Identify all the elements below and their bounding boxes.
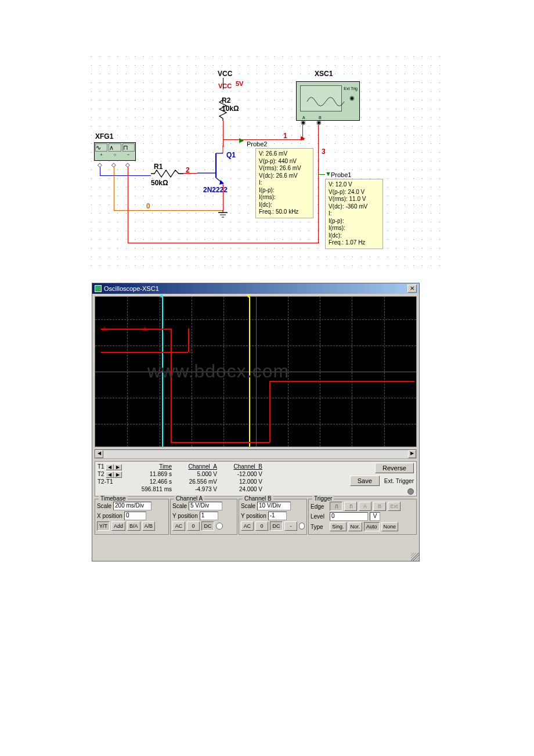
- t1-left-button[interactable]: ◀: [106, 464, 114, 470]
- edge-a-button[interactable]: A: [359, 502, 371, 511]
- scroll-right-button[interactable]: ▶: [408, 450, 416, 458]
- schematic-canvas[interactable]: VCC VCC 5V R2 10kΩ R1 50kΩ Q1 2N2222 XFG…: [87, 52, 447, 267]
- timebase-group: Timebase Scale 200 ms/Div X position 0 Y…: [95, 499, 169, 535]
- cha-legend: Channel A: [174, 495, 204, 502]
- cha-dc-button[interactable]: DC: [201, 521, 214, 531]
- cursor-readout-panel: T1 ◀▶ T2 ◀▶ T2-T1 Time 11.869 s 12.466 s…: [95, 461, 417, 496]
- oscilloscope-window[interactable]: Oscilloscope-XSC1 ✕ ▼ ▼ △ △ △: [92, 283, 420, 561]
- trigger-nor-button[interactable]: Nor.: [348, 522, 363, 531]
- xsc-term-a: ◉: [301, 119, 306, 125]
- trigger-level-input[interactable]: 0: [330, 512, 368, 521]
- cha-color-indicator: [216, 523, 223, 530]
- chb-ac-button[interactable]: AC: [241, 521, 254, 531]
- timebase-xpos-input[interactable]: 0: [124, 512, 146, 520]
- trigger-level-unit[interactable]: V: [370, 512, 380, 521]
- trigger-group: Trigger Edge ⎍ ⎍ A B Ext Level 0 V Type …: [308, 499, 417, 535]
- oscilloscope-display[interactable]: ▼ ▼ △ △ △ www.bdocx.com: [95, 296, 417, 447]
- save-button[interactable]: Save: [350, 476, 380, 486]
- xfg1-label: XFG1: [95, 132, 113, 141]
- diff-chb-value: 24.000 V: [219, 485, 262, 493]
- oscilloscope-icon: [95, 285, 102, 292]
- edge-rise-button[interactable]: ⎍: [330, 502, 342, 511]
- timebase-scale-input[interactable]: 200 ms/Div: [113, 502, 151, 510]
- ground-symbol: [217, 210, 229, 219]
- add-button[interactable]: Add: [111, 521, 125, 531]
- net-0: 0: [146, 202, 150, 210]
- probe1-tooltip: V: 12.0 V V(p-p): 24.0 V V(rms): 11.0 V …: [325, 179, 383, 249]
- trigger-type-label: Type: [311, 524, 328, 530]
- chb-color-indicator: [299, 523, 305, 530]
- t2-cha-value: 26.556 mV: [174, 478, 217, 485]
- xsc1-label: XSC1: [315, 70, 333, 78]
- t1-chb-value: -12.000 V: [219, 470, 262, 478]
- chb-scale-input[interactable]: 10 V/Div: [257, 502, 291, 510]
- t2-label: T2: [98, 471, 104, 477]
- arrow-right-icon: ▶: [301, 135, 305, 141]
- timebase-scale-label: Scale: [97, 503, 111, 509]
- chb-zero-button[interactable]: 0: [255, 521, 268, 531]
- ext-trigger-led-icon: [407, 488, 414, 495]
- ab-button[interactable]: A/B: [142, 521, 156, 531]
- xsc1-screen-icon: [300, 85, 342, 111]
- timebase-xpos-label: X position: [97, 513, 122, 519]
- ba-button[interactable]: B/A: [127, 521, 140, 531]
- probe1-arrow-icon: ▼: [325, 170, 331, 177]
- resize-grip-icon[interactable]: [411, 553, 419, 561]
- r1-value: 50kΩ: [151, 179, 168, 187]
- xsc-ext-terminal: ◉: [349, 95, 355, 101]
- cha-zero-button[interactable]: 0: [187, 521, 200, 531]
- chb-dc-button[interactable]: DC: [270, 521, 283, 531]
- trigger-edge-label: Edge: [311, 503, 328, 510]
- oscilloscope-title: Oscilloscope-XSC1: [104, 285, 159, 292]
- xsc-term-b: ◉: [316, 119, 322, 125]
- vcc2-label: VCC: [218, 82, 232, 89]
- oscilloscope-titlebar[interactable]: Oscilloscope-XSC1 ✕: [92, 283, 419, 294]
- cha-scale-input[interactable]: 5 V/Div: [189, 502, 222, 510]
- t1-cha-value: 5.000 V: [174, 470, 217, 478]
- q1-model: 2N2222: [203, 186, 228, 194]
- t2-right-button[interactable]: ▶: [114, 471, 122, 478]
- trigger-legend: Trigger: [312, 495, 334, 502]
- t1-right-button[interactable]: ▶: [114, 464, 122, 470]
- yt-button[interactable]: Y/T: [97, 521, 110, 531]
- q1-symbol: [197, 145, 232, 186]
- cha-ypos-label: Y position: [172, 513, 198, 519]
- edge-fall-button[interactable]: ⎍: [344, 502, 357, 511]
- ext-trigger-label: Ext. Trigger: [384, 477, 414, 485]
- t2-chb-value: 12.000 V: [219, 478, 262, 485]
- vcc-value: 5V: [236, 80, 243, 87]
- chb-ypos-label: Y position: [241, 513, 266, 519]
- channel-b-group: Channel B Scale 10 V/Div Y position -1 A…: [239, 499, 307, 535]
- time-header: Time: [129, 463, 172, 470]
- timebase-legend: Timebase: [99, 495, 128, 502]
- probe1-label: Probe1: [331, 171, 351, 178]
- channel-a-group: Channel A Scale 5 V/Div Y position 1 AC …: [170, 499, 237, 535]
- r1-symbol: [151, 170, 183, 178]
- watermark-text: www.bdocx.com: [147, 361, 289, 382]
- t2-left-button[interactable]: ◀: [106, 471, 114, 478]
- chb-ypos-input[interactable]: -1: [268, 512, 287, 520]
- close-button[interactable]: ✕: [407, 285, 417, 293]
- trigger-auto-button[interactable]: Auto: [364, 522, 380, 531]
- edge-b-button[interactable]: B: [373, 502, 386, 511]
- probe2-label: Probe2: [247, 141, 267, 147]
- t2-time-value: 12.466 s: [129, 478, 172, 485]
- xfg1-instrument[interactable]: ∿∧⊓ +○−: [94, 142, 136, 161]
- xsc1-instrument[interactable]: Ext Trig ◉ A B: [296, 81, 360, 121]
- vcc-label: VCC: [218, 70, 232, 78]
- trigger-none-button[interactable]: None: [381, 522, 399, 531]
- cha-header: Channel_A: [174, 463, 217, 470]
- diff-time-value: 596.811 ms: [129, 485, 172, 493]
- cha-ypos-input[interactable]: 1: [200, 512, 218, 520]
- reverse-button[interactable]: Reverse: [375, 463, 414, 473]
- cha-ac-button[interactable]: AC: [172, 521, 185, 531]
- chb-header: Channel_B: [219, 463, 262, 470]
- scope-scrollbar[interactable]: ◀ ▶: [95, 449, 417, 459]
- trigger-sing-button[interactable]: Sing.: [330, 522, 347, 531]
- r2-symbol: [218, 98, 229, 121]
- scroll-left-button[interactable]: ◀: [95, 450, 103, 458]
- t2t1-label: T2-T1: [98, 478, 127, 485]
- cursor-t1-marker-icon: ▼: [158, 293, 164, 299]
- edge-ext-button[interactable]: Ext: [388, 502, 400, 511]
- chb-minus-button[interactable]: -: [284, 521, 297, 531]
